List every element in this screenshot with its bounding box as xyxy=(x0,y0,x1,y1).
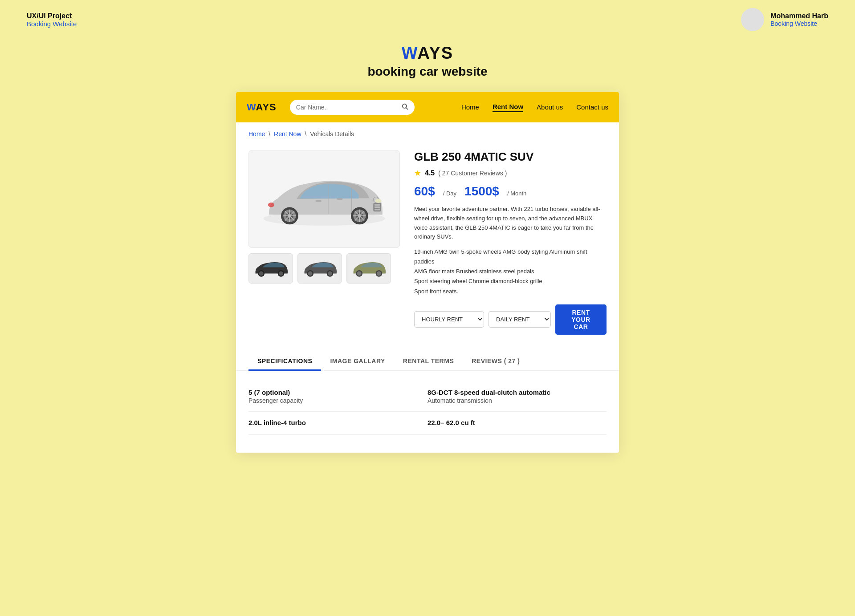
nav-rent-now[interactable]: Rent Now xyxy=(493,103,523,112)
nav-home[interactable]: Home xyxy=(461,103,479,112)
spec-cargo-label: 22.0– 62.0 cu ft xyxy=(428,419,607,426)
car-svg xyxy=(257,159,391,239)
tab-specifications[interactable]: SPECIFICATIONS xyxy=(248,352,321,371)
navbar: WAYS Home Rent Now About us Contact us xyxy=(236,92,619,122)
car-main-image xyxy=(248,150,400,248)
breadcrumb-home[interactable]: Home xyxy=(248,130,265,138)
spec-col-1b: 8G-DCT 8-speed dual-clutch automatic Aut… xyxy=(428,389,607,404)
svg-rect-29 xyxy=(337,198,342,200)
svg-point-37 xyxy=(328,272,332,276)
breadcrumb: Home \ Rent Now \ Vehicals Details xyxy=(236,122,619,142)
nav-about[interactable]: About us xyxy=(537,103,563,112)
tab-image-gallery[interactable]: IMAGE GALLARY xyxy=(321,352,394,371)
tab-reviews[interactable]: REVIEWS ( 27 ) xyxy=(463,352,529,371)
svg-point-35 xyxy=(308,272,313,276)
spec-passengers-value: Passenger capacity xyxy=(248,397,428,404)
car-thumbs xyxy=(248,253,400,284)
spec-transmission-value: Automatic transmission xyxy=(428,397,607,404)
rating-value: 4.5 xyxy=(425,169,435,177)
price-month-label: / Month xyxy=(507,190,526,197)
specs-section: 5 (7 optional) Passenger capacity 8G-DCT… xyxy=(236,371,619,453)
price-day: 60$ xyxy=(414,184,435,199)
nav-links: Home Rent Now About us Contact us xyxy=(461,103,608,112)
spec-row-2: 2.0L inline-4 turbo 22.0– 62.0 cu ft xyxy=(248,412,607,435)
svg-point-39 xyxy=(357,272,362,276)
website-container: WAYS Home Rent Now About us Contact us H… xyxy=(236,92,619,453)
svg-rect-6 xyxy=(375,204,380,206)
ways-logo-big: WAYS xyxy=(0,44,855,63)
user-name: Mohammed Harb xyxy=(770,12,828,20)
nav-contact[interactable]: Contact us xyxy=(576,103,608,112)
search-icon xyxy=(401,103,408,112)
breadcrumb-current: Vehicals Details xyxy=(310,130,354,138)
svg-point-10 xyxy=(375,199,382,203)
car-title: GLB 250 4MATIC SUV xyxy=(414,150,607,164)
rent-controls: HOURLY RENT DAILY RENT RENT YOUR CAR xyxy=(414,304,607,335)
site-subtitle: booking car website xyxy=(0,65,855,79)
spec-transmission-label: 8G-DCT 8-speed dual-clutch automatic xyxy=(428,389,607,396)
spec-passengers-label: 5 (7 optional) xyxy=(248,389,428,396)
search-input[interactable] xyxy=(296,104,398,111)
price-month: 1500$ xyxy=(464,184,499,199)
tabs: SPECIFICATIONS IMAGE GALLARY RENTAL TERM… xyxy=(236,352,619,371)
svg-point-33 xyxy=(279,272,283,276)
car-thumb-1[interactable] xyxy=(248,253,293,284)
svg-point-31 xyxy=(259,272,264,276)
tab-rental-terms[interactable]: RENTAL TERMS xyxy=(394,352,463,371)
navbar-logo: WAYS xyxy=(247,101,277,113)
car-features: 19-inch AMG twin 5-spoke wheels AMG body… xyxy=(414,247,607,296)
svg-rect-8 xyxy=(375,209,380,211)
project-title: UX/UI Project xyxy=(27,12,77,20)
spec-col-2b: 22.0– 62.0 cu ft xyxy=(428,419,607,427)
car-thumb-2[interactable] xyxy=(297,253,342,284)
price-day-label: / Day xyxy=(443,190,456,197)
breadcrumb-rent[interactable]: Rent Now xyxy=(274,130,301,138)
car-detail: GLB 250 4MATIC SUV ★ 4.5 ( 27 Customer R… xyxy=(236,142,619,347)
presenter-right: Mohammed Harb Booking Website xyxy=(741,8,828,31)
presenter-bar: UX/UI Project Booking Website Mohammed H… xyxy=(0,0,855,39)
svg-point-0 xyxy=(402,104,406,108)
avatar xyxy=(741,8,764,31)
svg-point-41 xyxy=(377,272,381,276)
car-price: 60$ / Day 1500$ / Month xyxy=(414,184,607,199)
svg-line-1 xyxy=(406,108,407,109)
spec-row-1: 5 (7 optional) Passenger capacity 8G-DCT… xyxy=(248,381,607,412)
rating-count: ( 27 Customer Reviews ) xyxy=(438,170,507,177)
car-thumb-3[interactable] xyxy=(346,253,391,284)
presenter-left: UX/UI Project Booking Website xyxy=(27,12,77,28)
star-icon: ★ xyxy=(414,168,421,178)
car-images xyxy=(248,150,400,284)
search-bar[interactable] xyxy=(290,100,415,115)
car-description: Meet your favorite adventure partner. Wi… xyxy=(414,205,607,242)
svg-rect-7 xyxy=(375,207,380,208)
spec-col-1a: 5 (7 optional) Passenger capacity xyxy=(248,389,428,404)
car-info: GLB 250 4MATIC SUV ★ 4.5 ( 27 Customer R… xyxy=(414,150,607,335)
user-sub: Booking Website xyxy=(770,20,828,27)
daily-rent-select[interactable]: DAILY RENT xyxy=(489,311,551,328)
svg-point-11 xyxy=(268,203,274,207)
svg-rect-28 xyxy=(316,200,322,202)
project-sub: Booking Website xyxy=(27,20,77,28)
center-heading: WAYS booking car website xyxy=(0,39,855,92)
spec-col-2a: 2.0L inline-4 turbo xyxy=(248,419,428,427)
spec-engine-label: 2.0L inline-4 turbo xyxy=(248,419,428,426)
hourly-rent-select[interactable]: HOURLY RENT xyxy=(414,311,484,328)
car-rating: ★ 4.5 ( 27 Customer Reviews ) xyxy=(414,168,607,178)
rent-your-car-button[interactable]: RENT YOUR CAR xyxy=(555,304,607,335)
